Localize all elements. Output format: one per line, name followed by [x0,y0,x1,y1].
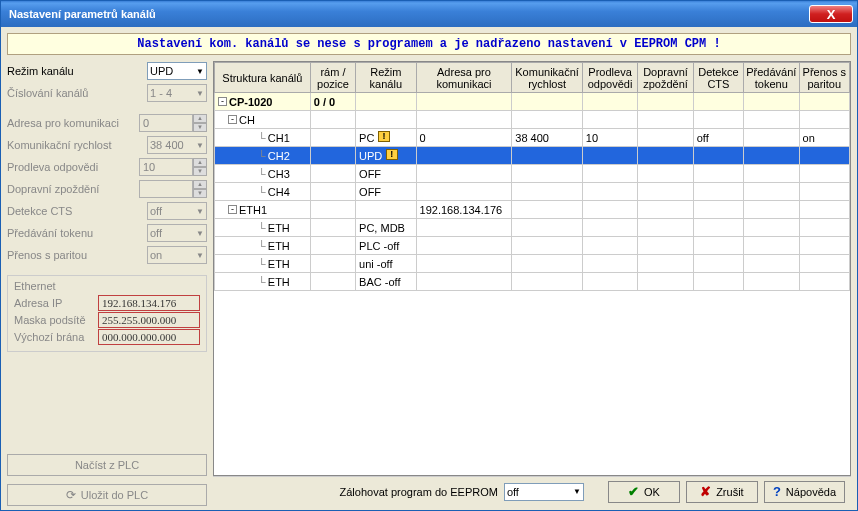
table-row[interactable]: └ETHPLC -off [215,237,850,255]
table-row[interactable]: -ETH1192.168.134.176 [215,201,850,219]
spin-down: ▼ [193,189,207,198]
parity-select: on▼ [147,246,207,264]
spin-up: ▲ [193,114,207,123]
tree-label: CH1 [268,132,290,144]
ip-label: Adresa IP [14,297,94,309]
resp-spinner: 10 ▲▼ [139,158,207,176]
grid-wrap: Struktura kanálů rám / pozice Režim kaná… [213,61,851,476]
help-button[interactable]: ? Nápověda [764,481,845,503]
col-cts[interactable]: Detekce CTS [693,63,743,93]
spin-down: ▼ [193,123,207,132]
col-token[interactable]: Předávání tokenu [744,63,799,93]
token-select: off▼ [147,224,207,242]
table-row[interactable]: └ETHBAC -off [215,273,850,291]
table-row[interactable]: └CH2UPD [215,147,850,165]
x-icon: ✘ [700,484,711,499]
chevron-down-icon: ▼ [196,207,204,216]
mode-select[interactable]: UPD▼ [147,62,207,80]
col-struct[interactable]: Struktura kanálů [215,63,311,93]
titlebar: Nastavení parametrů kanálů X [1,1,857,27]
cts-label: Detekce CTS [7,205,143,217]
close-button[interactable]: X [809,5,853,23]
parity-label: Přenos s paritou [7,249,143,261]
spin-up: ▲ [193,158,207,167]
numbering-select: 1 - 4▼ [147,84,207,102]
table-row[interactable]: └ETHuni -off [215,255,850,273]
window-title: Nastavení parametrů kanálů [9,8,809,20]
check-icon: ✔ [628,484,639,499]
chevron-down-icon: ▼ [573,487,581,496]
table-row[interactable]: └CH1PC038 40010offon [215,129,850,147]
warning-icon [378,131,390,142]
tree-toggle[interactable]: - [218,97,227,106]
table-row[interactable]: -CH [215,111,850,129]
addr-label: Adresa pro komunikaci [7,117,135,129]
tree-label: CH [239,114,255,126]
bottom-bar: Zálohovat program do EEPROM off▼ ✔ OK ✘ … [213,476,851,506]
spin-down: ▼ [193,167,207,176]
chevron-down-icon: ▼ [196,141,204,150]
window: Nastavení parametrů kanálů X Nastavení k… [0,0,858,511]
tree-toggle[interactable]: - [228,205,237,214]
load-from-plc-button: Načíst z PLC [7,454,207,476]
tree-label: ETH [268,222,290,234]
grid-header-row: Struktura kanálů rám / pozice Režim kaná… [215,63,850,93]
tree-label: CH3 [268,168,290,180]
col-speed[interactable]: Komunikační rychlost [512,63,583,93]
col-addr[interactable]: Adresa pro komunikaci [416,63,512,93]
tree-label: ETH [268,258,290,270]
ethernet-header: Ethernet [14,280,200,292]
table-row[interactable]: -CP-10200 / 0 [215,93,850,111]
table-row[interactable]: └CH4OFF [215,183,850,201]
tree-label: ETH [268,276,290,288]
ok-button[interactable]: ✔ OK [608,481,680,503]
channel-grid[interactable]: Struktura kanálů rám / pozice Režim kaná… [214,62,850,291]
tree-toggle[interactable]: - [228,115,237,124]
gw-label: Výchozí brána [14,331,94,343]
col-delay[interactable]: Dopravní zpoždění [638,63,693,93]
cts-select: off▼ [147,202,207,220]
content: Režim kanálu UPD▼ Číslování kanálů 1 - 4… [1,61,857,510]
col-parity[interactable]: Přenos s paritou [799,63,849,93]
spin-up: ▲ [193,180,207,189]
warning-banner: Nastavení kom. kanálů se nese s programe… [7,33,851,55]
mask-value: 255.255.000.000 [98,312,200,328]
speed-select: 38 400▼ [147,136,207,154]
chevron-down-icon: ▼ [196,229,204,238]
backup-label: Zálohovat program do EEPROM [340,486,498,498]
table-row[interactable]: └CH3OFF [215,165,850,183]
tree-label: CH2 [268,150,290,162]
speed-label: Komunikační rychlost [7,139,143,151]
resp-label: Prodleva odpovědi [7,161,135,173]
refresh-icon: ⟳ [66,488,76,502]
left-panel: Režim kanálu UPD▼ Číslování kanálů 1 - 4… [7,61,207,506]
grid-panel: Struktura kanálů rám / pozice Režim kaná… [213,61,851,506]
question-icon: ? [773,484,781,499]
col-mode[interactable]: Režim kanálu [356,63,416,93]
delay-spinner: ▲▼ [139,180,207,198]
table-row[interactable]: └ETHPC, MDB [215,219,850,237]
chevron-down-icon: ▼ [196,251,204,260]
addr-spinner: 0 ▲▼ [139,114,207,132]
ethernet-group: Ethernet Adresa IP 192.168.134.176 Maska… [7,275,207,352]
tree-label: CP-1020 [229,96,272,108]
ip-value: 192.168.134.176 [98,295,200,311]
col-frame[interactable]: rám / pozice [310,63,355,93]
mask-label: Maska podsítě [14,314,94,326]
col-resp[interactable]: Prodleva odpovědi [582,63,637,93]
tree-label: ETH [268,240,290,252]
gw-value: 000.000.000.000 [98,329,200,345]
numbering-label: Číslování kanálů [7,87,143,99]
tree-label: CH4 [268,186,290,198]
chevron-down-icon: ▼ [196,67,204,76]
delay-label: Dopravní zpoždění [7,183,135,195]
backup-select[interactable]: off▼ [504,483,584,501]
cancel-button[interactable]: ✘ Zrušit [686,481,758,503]
mode-label: Režim kanálu [7,65,143,77]
save-to-plc-button: ⟳ Uložit do PLC [7,484,207,506]
tree-label: ETH1 [239,204,267,216]
token-label: Předávání tokenu [7,227,143,239]
chevron-down-icon: ▼ [196,89,204,98]
warning-icon [386,149,398,160]
